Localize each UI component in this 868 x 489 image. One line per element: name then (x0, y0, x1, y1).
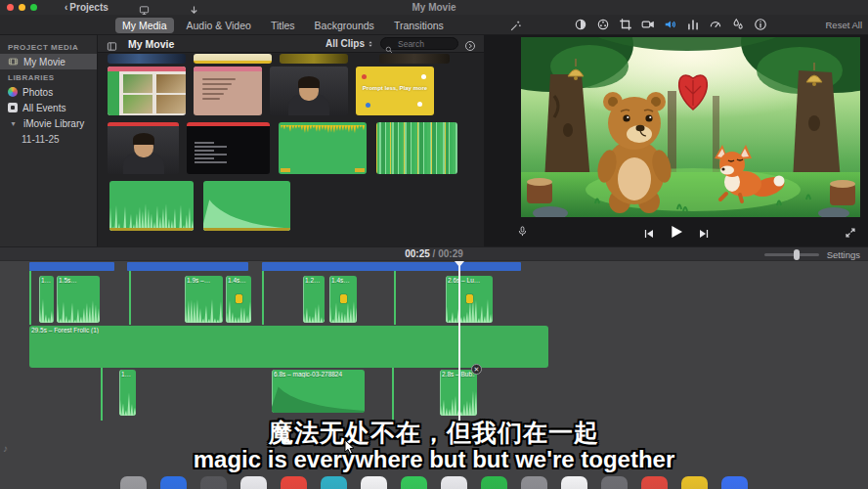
tab-transitions[interactable]: Transitions (387, 18, 451, 33)
tab-bar-tabs: My MediaAudio & VideoTitlesBackgroundsTr… (115, 15, 451, 35)
search-field[interactable] (380, 37, 458, 50)
all-clips-dropdown[interactable]: All Clips (326, 38, 374, 49)
download-arrow-icon[interactable] (188, 2, 200, 13)
enhance-wand-icon[interactable] (509, 19, 522, 31)
project-media-header: PROJECT MEDIA (0, 39, 97, 54)
fullscreen-icon[interactable] (845, 225, 856, 237)
clip-label: 1… (41, 277, 52, 284)
sidebar-item-my-movie[interactable]: My Movie (0, 54, 97, 69)
dock-app-icon[interactable] (641, 476, 668, 489)
sidebar-item-imovie-library[interactable]: ▾iMovie Library (0, 115, 97, 131)
sidebar-item-photos[interactable]: Photos (0, 84, 97, 100)
media-thumbnail-audio-wave[interactable] (109, 181, 194, 231)
media-thumbnail-audio-decay[interactable] (203, 181, 290, 231)
media-thumbnail-sliver-olive[interactable] (280, 54, 348, 64)
reset-all-button[interactable]: Reset All (826, 20, 863, 30)
close-window-button[interactable] (7, 4, 14, 11)
macos-dock (120, 476, 748, 489)
timeline-sfx-clip[interactable]: 6.8s – magic-03-278824 (272, 370, 365, 413)
media-browser: Prompt less, Play more My Movie All Clip… (98, 35, 484, 246)
info-icon[interactable] (754, 18, 767, 31)
timeline-music-clip[interactable]: 29.5s – Forest Frolic (1) (29, 326, 548, 368)
media-thumbnail-audio-spikes[interactable] (376, 122, 457, 174)
media-thumbnail-sliver-cream[interactable] (194, 54, 272, 64)
dock-app-icon[interactable] (240, 476, 267, 489)
sidebar-item-all-events[interactable]: All Events (0, 100, 97, 115)
microphone-icon[interactable] (517, 224, 528, 239)
speed-icon[interactable] (709, 18, 722, 31)
tab-audio-video[interactable]: Audio & Video (180, 18, 258, 33)
media-thumbnails: Prompt less, Play more (98, 35, 484, 246)
timeline-audio-clip[interactable]: 2.6s – Lu… (446, 276, 493, 323)
subtitle-track-bar[interactable] (29, 262, 114, 271)
tab-my-media[interactable]: My Media (115, 18, 174, 33)
timeline-zoom-slider[interactable] (764, 253, 819, 256)
subtitle-track-bar[interactable] (127, 262, 248, 271)
noise-reduction-icon[interactable] (686, 18, 700, 31)
media-thumbnail-sliver-dark[interactable] (379, 54, 450, 64)
close-icon[interactable]: ✕ (471, 364, 482, 375)
settings-button[interactable]: Settings (827, 249, 860, 260)
timeline-audio-clip[interactable]: 1.4s… (226, 276, 251, 323)
effects-icon[interactable] (731, 18, 745, 31)
volume-icon[interactable] (664, 18, 677, 31)
zoom-window-button[interactable] (30, 4, 37, 11)
dock-app-icon[interactable] (561, 476, 587, 489)
subtitle-track-bar[interactable] (262, 262, 521, 271)
media-thumbnail-terminal[interactable] (187, 122, 270, 174)
dock-app-icon[interactable] (441, 476, 467, 489)
crop-icon[interactable] (619, 18, 632, 31)
dock-app-icon[interactable] (721, 476, 748, 489)
chevron-down-icon[interactable]: ▾ (8, 119, 19, 128)
timeline-audio-clip[interactable]: 1.5s… (57, 276, 100, 323)
sidebar-item-11-11-25[interactable]: 11-11-25 (0, 131, 97, 147)
sidebar-toggle-icon[interactable] (106, 38, 118, 49)
skip-forward-button[interactable] (698, 226, 710, 238)
media-thumbnail-person-red[interactable] (108, 122, 179, 174)
dock-app-icon[interactable] (681, 476, 708, 489)
playhead[interactable] (458, 261, 460, 423)
stabilization-icon[interactable] (641, 18, 655, 31)
window-title: My Movie (0, 2, 868, 13)
dock-app-icon[interactable] (120, 476, 147, 489)
preview-pane (484, 35, 868, 246)
color-balance-icon[interactable] (574, 18, 587, 31)
dock-app-icon[interactable] (200, 476, 227, 489)
timeline-audio-clip[interactable]: 1.4s… (329, 276, 357, 323)
tab-titles[interactable]: Titles (264, 18, 302, 33)
timeline-audio-clip[interactable]: 1.9s –… (185, 276, 223, 323)
tab-backgrounds[interactable]: Backgrounds (308, 18, 381, 33)
dock-app-icon[interactable] (401, 476, 427, 489)
timeline-audio-clip[interactable]: 1.2… (303, 276, 325, 323)
media-thumbnail-slide-yellow[interactable]: Prompt less, Play more (356, 67, 434, 115)
timeline-audio-clip[interactable]: 1… (39, 276, 54, 323)
total-time: 00:29 (438, 248, 463, 259)
dock-app-icon[interactable] (481, 476, 507, 489)
minimize-window-button[interactable] (19, 4, 25, 11)
search-input[interactable] (396, 38, 454, 50)
media-thumbnail-sliver-blue[interactable] (108, 54, 186, 64)
media-thumbnail-collage[interactable] (108, 67, 186, 115)
search-icon (385, 40, 393, 48)
browser-header: My Movie All Clips (98, 35, 484, 53)
projects-back-button[interactable]: ‹ Projects (65, 2, 108, 13)
traffic-lights (7, 4, 37, 11)
color-wheel-icon[interactable] (596, 18, 610, 31)
dock-app-icon[interactable] (281, 476, 307, 489)
media-thumbnail-notes[interactable] (194, 67, 262, 115)
zoom-slider-thumb[interactable] (794, 249, 800, 260)
libraries-header: LIBRARIES (0, 69, 97, 84)
play-button[interactable] (669, 224, 684, 240)
dock-app-icon[interactable] (361, 476, 387, 489)
timeline-sfx-clip[interactable]: 1… (119, 370, 136, 416)
main-area: PROJECT MEDIA My Movie LIBRARIES PhotosA… (0, 35, 868, 246)
dock-app-icon[interactable] (160, 476, 187, 489)
clip-appearance-icon[interactable] (464, 38, 476, 50)
media-thumbnail-person[interactable] (270, 67, 348, 115)
dock-app-icon[interactable] (521, 476, 547, 489)
dock-app-icon[interactable] (601, 476, 628, 489)
dock-app-icon[interactable] (321, 476, 347, 489)
media-thumbnail-audio-top[interactable] (279, 122, 367, 174)
media-import-icon[interactable] (138, 2, 151, 13)
skip-back-button[interactable] (643, 226, 655, 238)
